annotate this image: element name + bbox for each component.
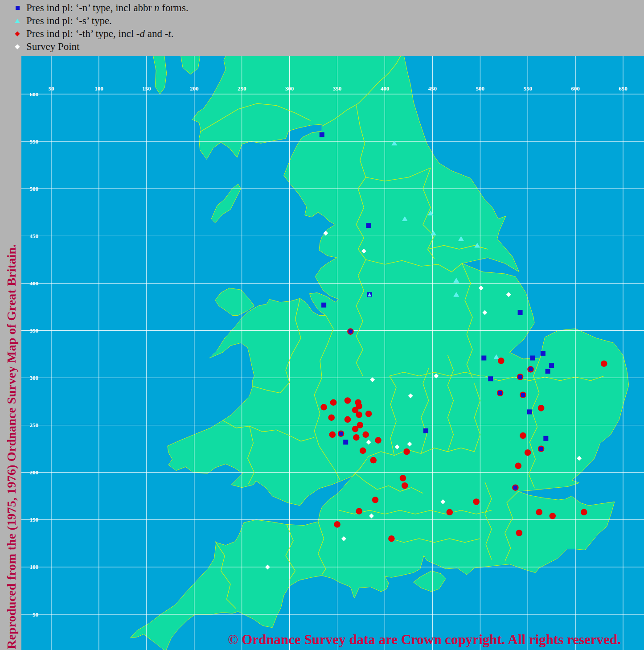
marker-pres-ind-pl-th xyxy=(372,497,379,503)
marker-pres-ind-pl-th xyxy=(370,457,377,464)
cyan-triangle-icon xyxy=(15,19,20,23)
marker-pres-ind-pl-n xyxy=(481,356,486,361)
marker-pres-ind-pl-n xyxy=(530,356,535,361)
marker-pres-ind-pl-th xyxy=(360,448,366,454)
marker-pres-ind-pl-th xyxy=(601,360,607,367)
marker-pres-ind-pl-th xyxy=(520,432,526,439)
marker-pres-ind-pl-n xyxy=(343,440,348,444)
y-tick-label: 100 xyxy=(30,564,39,570)
marker-pres-ind-pl-th xyxy=(345,397,351,404)
legend: Pres ind pl: ‘-n’ type, incl abbr n form… xyxy=(0,0,644,56)
white-diamond-icon xyxy=(15,44,20,49)
marker-pres-ind-pl-n xyxy=(529,367,533,371)
marker-pres-ind-pl-n xyxy=(366,223,371,228)
side-caption: Reproduced from the (1975, 1976) Ordnanc… xyxy=(4,244,19,649)
marker-pres-ind-pl-n xyxy=(488,376,493,381)
marker-pres-ind-pl-n xyxy=(521,393,525,397)
y-tick-label: 450 xyxy=(30,233,39,239)
legend-label: Pres ind pl: ‘-n’ type, incl abbr n form… xyxy=(26,3,189,13)
x-tick-label: 550 xyxy=(523,85,532,92)
red-diamond-icon xyxy=(15,31,20,36)
marker-pres-ind-pl-n xyxy=(513,485,517,490)
marker-pres-ind-pl-th xyxy=(447,509,453,516)
marker-pres-ind-pl-th xyxy=(345,416,351,423)
coastline-island xyxy=(181,56,200,74)
left-margin: Reproduced from the (1975, 1976) Ordnanc… xyxy=(0,56,21,650)
legend-item-s-type: Pres ind pl: ‘-s’ type. xyxy=(0,14,644,27)
y-tick-label: 50 xyxy=(33,611,38,618)
marker-pres-ind-pl-th xyxy=(538,405,545,411)
map-area: 5010015020025030035040045050055060065060… xyxy=(21,56,644,650)
marker-pres-ind-pl-n xyxy=(349,329,353,333)
marker-pres-ind-pl-th xyxy=(516,530,523,536)
x-tick-label: 650 xyxy=(619,85,628,92)
marker-pres-ind-pl-th xyxy=(402,482,408,489)
x-tick-label: 150 xyxy=(142,85,151,92)
marker-pres-ind-pl-th xyxy=(352,426,359,432)
x-tick-label: 250 xyxy=(238,85,246,92)
x-tick-label: 300 xyxy=(285,85,294,92)
marker-pres-ind-pl-n xyxy=(423,428,428,433)
legend-item-th-type: Pres ind pl: ‘-th’ type, incl -d and -t. xyxy=(0,27,644,40)
marker-pres-ind-pl-th xyxy=(388,535,395,542)
coastline-island xyxy=(211,184,241,223)
y-tick-label: 200 xyxy=(30,469,39,476)
marker-pres-ind-pl-th xyxy=(498,358,505,364)
x-tick-label: 600 xyxy=(571,85,580,92)
marker-pres-ind-pl-n xyxy=(549,363,554,368)
marker-pres-ind-pl-n xyxy=(320,132,324,137)
coastline-island xyxy=(414,571,446,592)
marker-pres-ind-pl-th xyxy=(356,508,362,514)
marker-pres-ind-pl-th xyxy=(329,432,336,438)
y-tick-label: 600 xyxy=(30,91,39,98)
y-tick-label: 350 xyxy=(30,327,39,334)
marker-pres-ind-pl-n xyxy=(539,447,543,451)
marker-pres-ind-pl-n xyxy=(541,351,546,356)
x-tick-label: 350 xyxy=(333,85,342,92)
y-tick-label: 300 xyxy=(30,374,39,381)
coastline-mainland xyxy=(131,56,629,650)
marker-pres-ind-pl-n xyxy=(321,303,326,308)
y-tick-label: 150 xyxy=(30,516,39,523)
marker-pres-ind-pl-th xyxy=(515,463,522,469)
x-tick-label: 100 xyxy=(94,85,103,92)
y-tick-label: 550 xyxy=(30,138,39,145)
marker-pres-ind-pl-th xyxy=(403,448,410,455)
land-great-britain xyxy=(131,56,629,650)
legend-item-n-type: Pres ind pl: ‘-n’ type, incl abbr n form… xyxy=(0,1,644,14)
marker-pres-ind-pl-th xyxy=(353,434,360,441)
marker-pres-ind-pl-th xyxy=(581,509,587,516)
marker-pres-ind-pl-n xyxy=(527,409,532,414)
marker-pres-ind-pl-th xyxy=(334,521,340,528)
legend-items: Pres ind pl: ‘-n’ type, incl abbr n form… xyxy=(0,1,644,53)
marker-pres-ind-pl-th xyxy=(320,404,327,411)
marker-pres-ind-pl-n xyxy=(339,432,343,436)
copyright-notice: © Ordnance Survey data are Crown copyrig… xyxy=(228,632,621,648)
marker-pres-ind-pl-th xyxy=(473,498,480,505)
marker-pres-ind-pl-th xyxy=(550,513,556,519)
x-tick-label: 500 xyxy=(476,85,485,92)
marker-pres-ind-pl-n xyxy=(498,391,502,395)
legend-label: Survey Point xyxy=(26,41,79,52)
legend-label: Pres ind pl: ‘-th’ type, incl -d and -t. xyxy=(26,29,173,39)
y-tick-label: 500 xyxy=(30,185,39,192)
marker-pres-ind-pl-th xyxy=(328,414,335,421)
marker-pres-ind-pl-th xyxy=(362,432,369,438)
y-tick-label: 250 xyxy=(30,422,39,428)
marker-pres-ind-pl-n xyxy=(543,436,548,441)
marker-pres-ind-pl-th xyxy=(536,509,543,516)
x-tick-label: 200 xyxy=(190,85,199,92)
marker-pres-ind-pl-n xyxy=(546,369,550,374)
legend-label: Pres ind pl: ‘-s’ type. xyxy=(26,16,112,26)
blue-square-icon xyxy=(16,6,20,10)
marker-pres-ind-pl-th xyxy=(365,411,372,417)
coastline-island xyxy=(215,288,254,316)
x-tick-label: 50 xyxy=(49,85,54,92)
y-tick-label: 400 xyxy=(30,280,39,287)
marker-pres-ind-pl-n xyxy=(518,310,523,315)
marker-pres-ind-pl-th xyxy=(525,449,531,456)
marker-pres-ind-pl-th xyxy=(330,399,337,406)
x-tick-label: 450 xyxy=(428,85,437,92)
x-tick-label: 400 xyxy=(381,85,390,92)
legend-item-survey-point: Survey Point xyxy=(0,40,644,53)
